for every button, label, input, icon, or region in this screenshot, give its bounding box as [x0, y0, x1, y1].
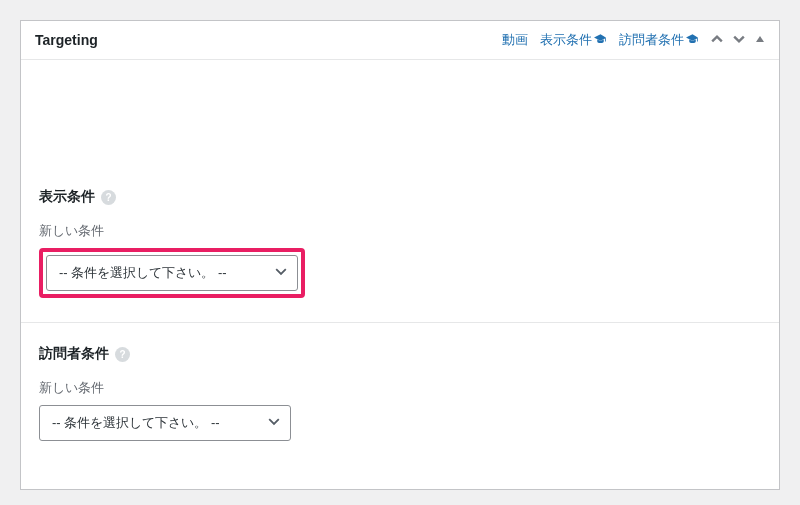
graduation-cap-icon	[594, 33, 607, 47]
visitor-condition-select[interactable]: -- 条件を選択して下さい。 --	[39, 405, 291, 441]
visitor-conditions-title: 訪問者条件 ?	[39, 345, 761, 363]
chevron-up-icon[interactable]	[711, 33, 723, 48]
highlight-box: -- 条件を選択して下さい。 --	[39, 248, 305, 298]
visitor-conditions-title-text: 訪問者条件	[39, 345, 109, 363]
display-conditions-link-label: 表示条件	[540, 31, 592, 49]
panel-body: 表示条件 ? 新しい条件 -- 条件を選択して下さい。 -- 訪問者条件	[21, 60, 779, 489]
display-conditions-title: 表示条件 ?	[39, 188, 761, 206]
display-conditions-section: 表示条件 ? 新しい条件 -- 条件を選択して下さい。 --	[39, 188, 761, 298]
panel-actions: 動画 表示条件 訪問者条件	[502, 31, 765, 49]
chevron-down-icon[interactable]	[733, 33, 745, 48]
video-link-label: 動画	[502, 31, 528, 49]
help-icon[interactable]: ?	[115, 347, 130, 362]
display-conditions-link[interactable]: 表示条件	[540, 31, 607, 49]
visitor-new-condition-label: 新しい条件	[39, 379, 761, 397]
display-condition-select-value: -- 条件を選択して下さい。 --	[59, 264, 227, 282]
chevron-down-icon	[268, 416, 280, 431]
visitor-condition-select-value: -- 条件を選択して下さい。 --	[52, 414, 220, 432]
video-link[interactable]: 動画	[502, 31, 528, 49]
panel-nav-icons	[711, 33, 765, 48]
visitor-conditions-link[interactable]: 訪問者条件	[619, 31, 699, 49]
display-condition-select-wrap: -- 条件を選択して下さい。 --	[46, 255, 298, 291]
graduation-cap-icon	[686, 33, 699, 47]
panel-title: Targeting	[35, 32, 98, 48]
targeting-panel: Targeting 動画 表示条件 訪問者条件	[20, 20, 780, 490]
help-icon[interactable]: ?	[101, 190, 116, 205]
chevron-down-icon	[275, 266, 287, 281]
display-new-condition-label: 新しい条件	[39, 222, 761, 240]
display-condition-select[interactable]: -- 条件を選択して下さい。 --	[46, 255, 298, 291]
visitor-conditions-link-label: 訪問者条件	[619, 31, 684, 49]
section-divider	[21, 322, 779, 323]
panel-header: Targeting 動画 表示条件 訪問者条件	[21, 21, 779, 60]
display-conditions-title-text: 表示条件	[39, 188, 95, 206]
visitor-conditions-section: 訪問者条件 ? 新しい条件 -- 条件を選択して下さい。 --	[39, 345, 761, 441]
triangle-up-icon[interactable]	[755, 33, 765, 47]
visitor-condition-select-wrap: -- 条件を選択して下さい。 --	[39, 405, 291, 441]
spacer	[39, 78, 761, 188]
